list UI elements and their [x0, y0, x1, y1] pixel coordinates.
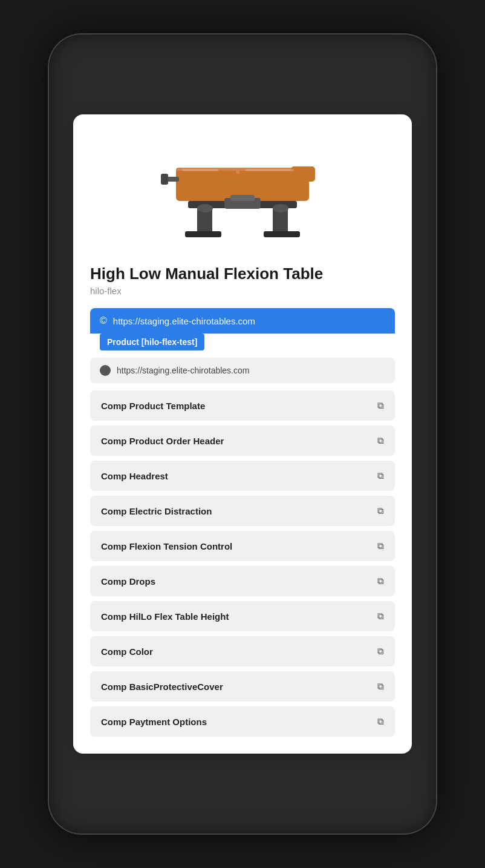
svg-point-8 [197, 204, 213, 212]
product-title: High Low Manual Flexion Table [90, 265, 395, 283]
url-section: © https://staging.elite-chirotables.com … [90, 308, 395, 350]
comp-item[interactable]: Comp Electric Distraction⧉ [90, 496, 395, 526]
comp-item[interactable]: Comp Flexion Tension Control⧉ [90, 531, 395, 561]
external-link-icon: ⧉ [377, 541, 384, 551]
comp-item[interactable]: Comp Product Template⧉ [90, 390, 395, 421]
lock-icon: © [100, 315, 107, 326]
svg-rect-13 [230, 195, 255, 201]
external-link-icon: ⧉ [377, 505, 384, 516]
comp-item-label: Comp Product Template [101, 401, 205, 411]
comp-item-label: Comp BasicProtectiveCover [101, 682, 223, 692]
card: High Low Manual Flexion Table hilo-flex … [73, 114, 412, 754]
svg-rect-16 [182, 169, 218, 171]
product-slug: hilo-flex [90, 286, 395, 296]
comp-item-label: Comp Headrest [101, 471, 168, 481]
url-bar-active[interactable]: © https://staging.elite-chirotables.com [90, 308, 395, 334]
svg-rect-15 [161, 174, 168, 185]
comp-item[interactable]: Comp Product Order Header⧉ [90, 426, 395, 456]
svg-rect-14 [167, 177, 179, 182]
svg-rect-11 [264, 231, 300, 237]
comp-item-label: Comp Electric Distraction [101, 506, 212, 516]
phone-shell: High Low Manual Flexion Table hilo-flex … [49, 35, 436, 833]
comp-list: Comp Product Template⧉Comp Product Order… [90, 390, 395, 737]
tooltip-wrapper: Product [hilo-flex-test] [90, 334, 395, 350]
comp-item[interactable]: Comp HilLo Flex Table Height⧉ [90, 601, 395, 631]
comp-item[interactable]: Comp BasicProtectiveCover⧉ [90, 671, 395, 702]
comp-item-label: Comp Drops [101, 576, 155, 587]
external-link-icon: ⧉ [377, 435, 384, 446]
active-url-text: https://staging.elite-chirotables.com [113, 316, 385, 326]
comp-item-label: Comp Product Order Header [101, 436, 224, 446]
comp-item-label: Comp Paytment Options [101, 717, 207, 727]
external-link-icon: ⧉ [377, 681, 384, 692]
product-image [146, 131, 339, 252]
svg-rect-10 [185, 231, 221, 237]
url-bar-inactive[interactable]: https://staging.elite-chirotables.com [90, 358, 395, 383]
circle-icon [100, 365, 111, 376]
external-link-icon: ⧉ [377, 400, 384, 411]
external-link-icon: ⧉ [377, 576, 384, 587]
svg-rect-2 [176, 171, 236, 198]
comp-item-label: Comp Flexion Tension Control [101, 541, 232, 551]
external-link-icon: ⧉ [377, 646, 384, 657]
comp-item[interactable]: Comp Drops⧉ [90, 566, 395, 596]
external-link-icon: ⧉ [377, 611, 384, 622]
comp-item[interactable]: Comp Paytment Options⧉ [90, 706, 395, 737]
external-link-icon: ⧉ [377, 716, 384, 727]
svg-point-9 [273, 204, 288, 212]
product-image-area [90, 131, 395, 252]
product-illustration [152, 137, 333, 246]
comp-item-label: Comp HilLo Flex Table Height [101, 611, 229, 622]
svg-rect-17 [246, 169, 294, 171]
comp-item[interactable]: Comp Color⧉ [90, 636, 395, 666]
tooltip-tag[interactable]: Product [hilo-flex-test] [100, 334, 204, 350]
card-inner: High Low Manual Flexion Table hilo-flex … [73, 114, 412, 754]
svg-rect-4 [291, 166, 315, 182]
comp-item[interactable]: Comp Headrest⧉ [90, 461, 395, 491]
external-link-icon: ⧉ [377, 470, 384, 481]
comp-item-label: Comp Color [101, 646, 153, 657]
inactive-url-text: https://staging.elite-chirotables.com [117, 366, 385, 375]
